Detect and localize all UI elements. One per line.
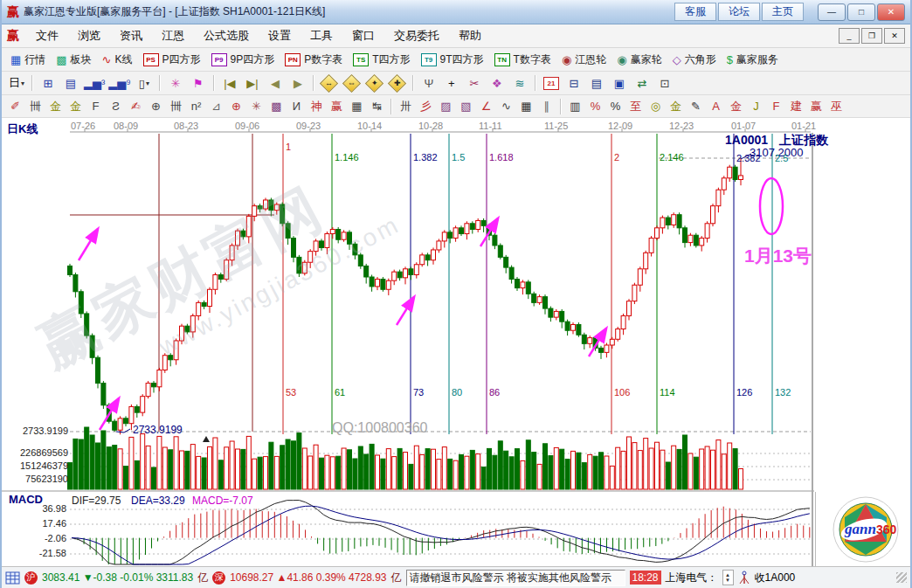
minimize-button[interactable]: — xyxy=(818,3,846,21)
9p-square-button[interactable]: P99P四方形 xyxy=(206,51,280,69)
p-number-table-button[interactable]: PNP数字表 xyxy=(280,51,348,69)
kline-chart-canvas[interactable] xyxy=(2,118,912,566)
menu-help[interactable]: 帮助 xyxy=(449,26,491,45)
volume-9-icon[interactable]: ▂▅⁹ xyxy=(107,74,133,92)
column-stats-icon[interactable]: ▥ xyxy=(565,98,585,114)
gold-red-icon[interactable]: 金 xyxy=(726,98,746,114)
ying-box-icon[interactable]: 赢 xyxy=(806,98,826,114)
zoom-vertical-icon[interactable]: ✚ xyxy=(386,74,409,92)
t-number-table-button[interactable]: TNT数字表 xyxy=(489,51,556,69)
resize-grip[interactable] xyxy=(896,572,907,583)
menu-news[interactable]: 资讯 xyxy=(110,26,152,45)
menu-browse[interactable]: 浏览 xyxy=(68,26,110,45)
menu-gann[interactable]: 江恩 xyxy=(152,26,194,45)
gann-wheel-button[interactable]: ◉江恩轮 xyxy=(556,51,611,69)
mdi-restore-button[interactable]: ❐ xyxy=(861,28,882,44)
kline-button[interactable]: ∿K线 xyxy=(97,51,138,69)
candle-style-dropdown[interactable]: ▯▾ xyxy=(133,74,155,92)
hand-tool-icon[interactable]: Ψ xyxy=(418,74,440,92)
close-button[interactable]: ✕ xyxy=(877,3,905,21)
zoom-all-icon[interactable]: ✦ xyxy=(363,74,386,92)
calendar-icon[interactable]: 21 xyxy=(540,74,563,92)
set-square-icon[interactable]: ⊿ xyxy=(206,98,226,114)
percent-red-icon[interactable]: % xyxy=(585,98,605,114)
print-icon[interactable]: ⊡ xyxy=(653,74,676,92)
pattern-restore-icon[interactable]: ✳ xyxy=(164,74,187,92)
wave-mark-icon[interactable]: И xyxy=(287,98,307,114)
winner-wheel-button[interactable]: ◉赢家轮 xyxy=(611,51,667,69)
crosshair-icon[interactable]: + xyxy=(440,74,463,92)
mdi-close-button[interactable]: ✕ xyxy=(884,28,905,44)
f-angle-icon[interactable]: F xyxy=(766,98,786,114)
wu-lines-icon[interactable]: 巫 xyxy=(826,98,846,114)
gold-lines-icon[interactable]: 金 xyxy=(666,98,686,114)
gold-circle-icon[interactable]: ◎ xyxy=(646,98,666,114)
gann-tool-icon[interactable]: ❖ xyxy=(486,74,508,92)
p-square-button[interactable]: PSP四方形 xyxy=(138,51,206,69)
shanghai-index-quote[interactable]: 3083.41 ▼-0.38 -0.01% 3311.83 xyxy=(42,571,193,584)
window-titlebar[interactable]: 赢 赢家江恩专业版[赢家服务平台] - [上证指数 SH1A0001-121日K… xyxy=(2,0,910,24)
parallel-lines-icon[interactable]: ∥ xyxy=(536,98,556,114)
zigzag-icon[interactable]: ∿ xyxy=(496,98,516,114)
zhi-line-icon[interactable]: 至 xyxy=(625,98,646,114)
titlebar-link-forum[interactable]: 论坛 xyxy=(718,3,760,21)
square-of-nine-icon[interactable]: n² xyxy=(186,98,206,114)
volume-3-icon[interactable]: ▂▅³ xyxy=(82,74,107,92)
period-day-dropdown[interactable]: 日▾ xyxy=(5,74,28,92)
quote-table-icon[interactable] xyxy=(5,571,20,585)
j-angle-icon[interactable]: J xyxy=(746,98,766,114)
jian-red-icon[interactable]: 建 xyxy=(786,98,806,114)
first-page-icon[interactable]: |◀ xyxy=(218,74,241,92)
maximize-button[interactable]: □ xyxy=(847,3,875,21)
spider-web-icon[interactable]: ▩ xyxy=(266,98,287,114)
trend-angle-icon[interactable]: ∠ xyxy=(476,98,496,114)
next-page-icon[interactable]: ▶ xyxy=(287,74,309,92)
mdi-minimize-button[interactable]: _ xyxy=(839,28,860,44)
calculator-icon[interactable]: ⊟ xyxy=(563,74,585,92)
shade-box-icon[interactable]: ▨ xyxy=(436,98,456,114)
pen-dark-icon[interactable]: ✎ xyxy=(686,98,706,114)
titlebar-link-service[interactable]: 客服 xyxy=(674,3,716,21)
prev-page-icon[interactable]: ◀ xyxy=(264,74,287,92)
t-square-button[interactable]: TST四方形 xyxy=(348,51,415,69)
ray-fan-icon[interactable]: 彡 xyxy=(416,98,436,114)
percent-icon[interactable]: % xyxy=(605,98,625,114)
stock-ticker-label[interactable]: 上海电气： xyxy=(666,571,718,585)
shen-grid-icon[interactable]: 神 xyxy=(307,98,327,114)
gold-ruler2-icon[interactable]: 金 xyxy=(66,98,86,114)
time-ruler-icon[interactable]: 卌 xyxy=(25,98,45,114)
menu-formula-pick[interactable]: 公式选股 xyxy=(194,26,259,45)
fibonacci-ruler-icon[interactable]: F xyxy=(86,98,106,114)
spiral-tool-icon[interactable]: Ƨ xyxy=(106,98,126,114)
last-page-icon[interactable]: ▶| xyxy=(241,74,264,92)
circle-target-icon[interactable]: ⊕ xyxy=(226,98,246,114)
menu-tools[interactable]: 工具 xyxy=(301,26,342,45)
radiate-icon[interactable]: ✳ xyxy=(246,98,266,114)
gold-ruler-icon[interactable]: 金 xyxy=(45,98,66,114)
zoom-horizontal-icon[interactable]: ↔ xyxy=(318,74,341,92)
data-transfer-icon[interactable]: ⇄ xyxy=(631,74,653,92)
9t-square-button[interactable]: T99T四方形 xyxy=(416,51,489,69)
zoom-compress-icon[interactable]: ⇔ xyxy=(341,74,363,92)
a-angle-icon[interactable]: A xyxy=(706,98,726,114)
quotes-button[interactable]: ▦行情 xyxy=(5,51,51,69)
save-icon[interactable]: ▣ xyxy=(608,74,631,92)
info-panel-icon[interactable]: ▤ xyxy=(59,74,82,92)
sectors-button[interactable]: ▩板块 xyxy=(51,51,96,69)
menu-trade[interactable]: 交易委托 xyxy=(384,26,449,45)
price-ruler-icon[interactable]: 卌 xyxy=(166,98,186,114)
marker-pen-icon[interactable]: ✐ xyxy=(5,98,25,114)
notebook-icon[interactable]: ▤ xyxy=(585,74,608,92)
window-layout-icon[interactable]: ⊞ xyxy=(37,74,59,92)
hexagon-button[interactable]: ◇六角形 xyxy=(667,51,722,69)
gann-grid-icon[interactable]: ▦ xyxy=(516,98,536,114)
menu-window[interactable]: 窗口 xyxy=(342,26,384,45)
measure-tool-icon[interactable]: ✂ xyxy=(463,74,486,92)
ying-grid-icon[interactable]: 赢 xyxy=(327,98,347,114)
brush-tool-icon[interactable]: ✍ xyxy=(126,98,146,114)
ticker-spinner[interactable]: ▲▼ xyxy=(722,570,734,585)
shade-box2-icon[interactable]: ▧ xyxy=(456,98,476,114)
cycle-clock-icon[interactable]: ⊕ xyxy=(146,98,166,114)
winner-service-button[interactable]: $赢家服务 xyxy=(722,51,784,69)
span-arrows-icon[interactable]: ↹ xyxy=(367,98,387,114)
